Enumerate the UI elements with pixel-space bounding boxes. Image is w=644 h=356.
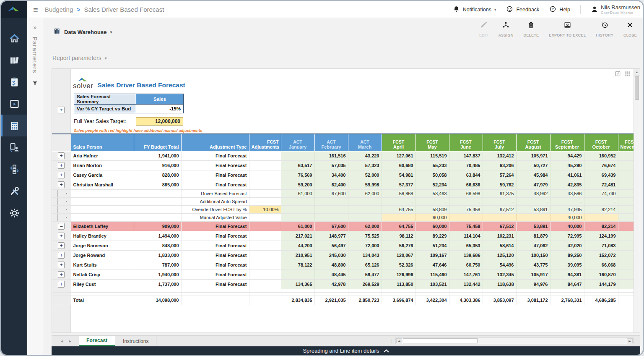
sidebar-item-calculator[interactable] <box>1 115 27 136</box>
feedback-button[interactable]: Feedback <box>506 5 539 14</box>
month-value-cell[interactable]: 2,834,835 <box>281 296 314 305</box>
month-value-cell[interactable]: 34,400 <box>314 170 348 180</box>
sub-label-cell[interactable]: Additional Auto Spread <box>181 197 249 205</box>
month-value-cell[interactable] <box>618 160 634 170</box>
month-value-cell[interactable]: 4,4 <box>618 296 634 305</box>
month-value-cell[interactable]: 56,497 <box>314 241 348 250</box>
month-value-cell[interactable]: 64,755 <box>382 221 415 231</box>
sales-person-cell[interactable]: Christian Marshall <box>71 180 134 189</box>
month-value-cell[interactable] <box>516 213 550 221</box>
month-value-cell[interactable]: 50,058 <box>415 170 449 180</box>
month-value-cell[interactable]: 71,083 <box>584 241 618 250</box>
month-value-cell[interactable]: 148,977 <box>314 231 348 241</box>
next-sheet-icon[interactable]: ▸ <box>69 338 72 344</box>
month-value-cell[interactable]: 43,220 <box>348 151 382 160</box>
fcst-adjustment-cell[interactable] <box>249 151 281 160</box>
month-value-cell[interactable] <box>584 213 618 221</box>
cell[interactable] <box>71 197 134 205</box>
help-button[interactable]: ? Help <box>549 5 570 14</box>
month-value-cell[interactable]: 72,481 <box>584 180 618 189</box>
adjustment-type-cell[interactable]: Final Forecast <box>181 279 249 289</box>
adjustment-type-cell[interactable]: Final Forecast <box>181 221 249 231</box>
month-value-cell[interactable]: 54,496 <box>483 260 516 270</box>
fcst-adjustment-cell[interactable] <box>249 241 281 250</box>
month-value-cell[interactable]: 47,646 <box>415 260 449 270</box>
horizontal-scrollbar[interactable]: ◀ ▶ <box>395 338 634 344</box>
month-value-cell[interactable]: 72,000 <box>348 241 382 250</box>
month-value-cell[interactable]: 82,214 <box>584 221 618 231</box>
fcst-adjustment-cell[interactable] <box>249 189 281 197</box>
cell[interactable] <box>134 213 181 221</box>
month-value-cell[interactable]: 44,200 <box>281 241 314 250</box>
month-value-cell[interactable]: 57,264 <box>483 170 516 180</box>
tab-forecast[interactable]: Forecast <box>79 336 115 346</box>
month-value-cell[interactable]: 69,439 <box>584 170 618 180</box>
month-value-cell[interactable]: 62,000 <box>348 221 382 231</box>
month-value-cell[interactable]: 61,000 <box>281 189 314 197</box>
month-value-cell[interactable]: 14 <box>618 250 634 260</box>
sidebar-item-report[interactable] <box>1 93 27 115</box>
month-value-cell[interactable]: 70,485 <box>449 160 483 170</box>
month-value-cell[interactable]: 3,696,874 <box>382 296 415 305</box>
month-value-cell[interactable]: 65,126 <box>348 260 382 270</box>
budget-cell[interactable]: 865,000 <box>134 180 181 189</box>
month-value-cell[interactable] <box>314 213 348 221</box>
sidebar-item-library[interactable] <box>1 49 27 71</box>
month-value-cell[interactable]: 113,850 <box>382 279 415 289</box>
month-value-cell[interactable]: - <box>449 197 483 205</box>
month-value-cell[interactable]: 50,727 <box>516 160 550 170</box>
month-value-cell[interactable]: 65,353 <box>449 241 483 250</box>
month-value-cell[interactable]: 125,120 <box>483 250 516 260</box>
month-value-cell[interactable]: 75,525 <box>348 231 382 241</box>
month-value-cell[interactable]: 105,917 <box>516 270 550 279</box>
month-value-cell[interactable]: 127,061 <box>382 151 415 160</box>
expand-row-button[interactable]: + <box>58 252 65 259</box>
month-value-cell[interactable]: 134,043 <box>348 250 382 260</box>
adjustment-type-cell[interactable]: Final Forecast <box>181 231 249 241</box>
month-value-cell[interactable]: 4,303,386 <box>449 296 483 305</box>
month-value-cell[interactable]: 217,021 <box>281 231 314 241</box>
scroll-left-button[interactable]: ◀ <box>396 338 402 343</box>
sales-person-cell[interactable]: Riley Cust <box>71 279 134 289</box>
month-value-cell[interactable]: 51,234 <box>415 241 449 250</box>
month-value-cell[interactable] <box>618 180 634 189</box>
expand-row-button[interactable]: + <box>58 172 65 178</box>
month-value-cell[interactable]: 78,122 <box>281 260 314 270</box>
adjustment-type-cell[interactable]: Final Forecast <box>181 250 249 260</box>
notifications-button[interactable]: Notifications ▾ <box>453 5 496 14</box>
export-to-excel-button[interactable]: EXPORT TO EXCEL <box>549 21 586 37</box>
fcst-adjustment-cell[interactable] <box>249 221 281 231</box>
month-value-cell[interactable]: 59,998 <box>348 180 382 189</box>
fcst-adjustment-cell[interactable] <box>249 260 281 270</box>
cell[interactable] <box>134 205 181 213</box>
sub-label-cell[interactable]: Driver Based Forecast <box>181 189 249 197</box>
month-value-cell[interactable]: 103,521 <box>415 279 449 289</box>
month-value-cell[interactable]: 109,167 <box>415 250 449 260</box>
expand-row-button[interactable]: + <box>58 162 65 169</box>
sub-label-cell[interactable]: Overide Driver FCST by % <box>181 205 249 213</box>
month-value-cell[interactable]: 1 <box>618 279 634 289</box>
budget-cell[interactable]: 1,494,000 <box>134 231 181 241</box>
grid-icon[interactable] <box>624 71 631 79</box>
month-value-cell[interactable]: 4,686,285 <box>584 296 618 305</box>
close-button[interactable]: CLOSE <box>623 21 637 37</box>
splitter-handle[interactable]: ⋮ <box>390 338 394 343</box>
month-value-cell[interactable] <box>618 197 634 205</box>
month-value-cell[interactable]: 48,445 <box>314 270 348 279</box>
cell[interactable] <box>134 189 181 197</box>
month-value-cell[interactable]: 118,638 <box>483 279 516 289</box>
sidebar-item-tasks[interactable] <box>1 71 27 93</box>
month-value-cell[interactable]: 45,280 <box>550 160 584 170</box>
month-value-cell[interactable]: 160,952 <box>584 151 618 160</box>
month-value-cell[interactable]: 147,761 <box>449 270 483 279</box>
tab-instructions[interactable]: Instructions <box>115 336 156 346</box>
month-value-cell[interactable]: 132,345 <box>483 270 516 279</box>
sales-person-cell[interactable]: Casey Garcia <box>71 170 134 180</box>
adjustment-type-cell[interactable]: Final Forecast <box>181 260 249 270</box>
sidebar-item-settings[interactable] <box>1 202 27 224</box>
adjustment-type-cell[interactable]: Final Forecast <box>181 170 249 180</box>
month-value-cell[interactable]: 48,800 <box>314 260 348 270</box>
month-value-cell[interactable] <box>281 270 314 279</box>
month-value-cell[interactable]: 1 <box>618 151 634 160</box>
month-value-cell[interactable] <box>618 170 634 180</box>
